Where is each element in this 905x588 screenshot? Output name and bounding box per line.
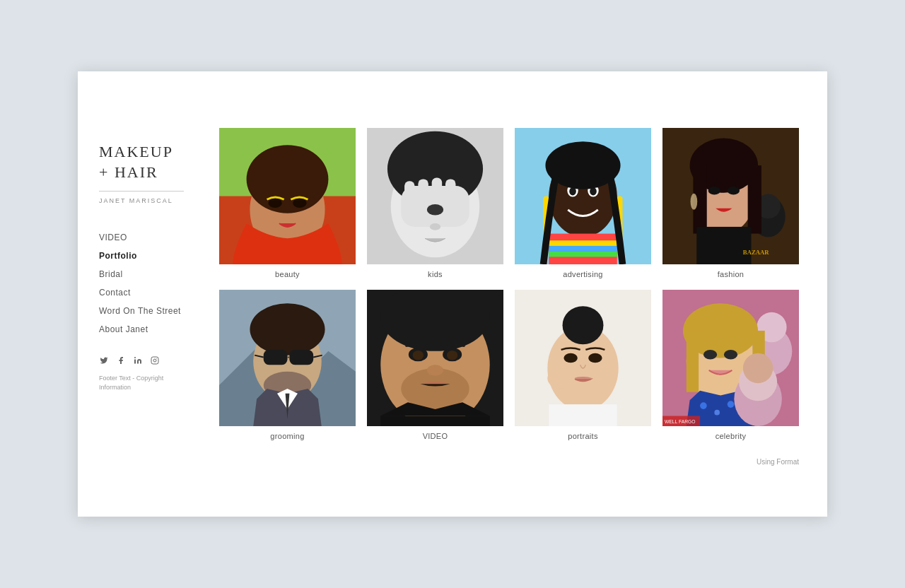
portfolio-thumb-fashion: BAZAAR — [662, 128, 799, 264]
svg-point-60 — [413, 351, 424, 360]
svg-rect-17 — [445, 179, 455, 213]
portfolio-item-beauty[interactable]: beauty — [219, 128, 356, 278]
svg-text:BAZAAR: BAZAAR — [743, 249, 769, 256]
svg-point-82 — [714, 410, 720, 416]
svg-point-32 — [545, 141, 620, 189]
thumb-img-portraits — [515, 290, 651, 426]
title-divider — [99, 191, 184, 192]
site-title-line2: + Hair — [99, 163, 184, 183]
footer-text: Footer Text - Copyright Information — [99, 374, 184, 392]
svg-point-0 — [134, 357, 136, 358]
portfolio-thumb-celebrity: WELL FARGO — [662, 290, 799, 426]
social-links — [99, 355, 184, 365]
portfolio-grid: beauty — [219, 128, 799, 440]
svg-point-80 — [724, 350, 737, 360]
svg-rect-71 — [549, 404, 617, 426]
instagram-icon[interactable] — [150, 355, 160, 365]
svg-point-81 — [700, 402, 707, 409]
portfolio-thumb-kids — [367, 128, 503, 264]
portfolio-thumb-beauty — [219, 128, 356, 264]
site-subtitle: Janet Mariscal — [99, 197, 184, 204]
linkedin-icon[interactable] — [133, 355, 143, 365]
svg-point-8 — [268, 198, 281, 208]
svg-point-7 — [247, 145, 329, 213]
svg-rect-39 — [748, 165, 761, 234]
using-format-section: Using Format — [219, 440, 799, 467]
svg-point-68 — [564, 353, 577, 363]
svg-point-62 — [427, 365, 443, 375]
svg-rect-43 — [696, 227, 751, 264]
sidebar: Makeup + Hair Janet Mariscal VIDEO Portf… — [78, 71, 205, 517]
portfolio-thumb-portraits — [515, 290, 651, 426]
nav-word-on-street[interactable]: Word On The Street — [99, 306, 184, 316]
thumb-img-advertising — [515, 128, 651, 264]
portfolio-label-fashion: fashion — [718, 270, 745, 278]
svg-rect-29 — [549, 240, 617, 246]
thumb-img-grooming — [219, 290, 356, 426]
site-logo: Makeup + Hair — [99, 142, 184, 182]
portfolio-thumb-grooming — [219, 290, 356, 426]
thumb-img-kids — [367, 128, 503, 264]
svg-point-19 — [430, 223, 440, 230]
thumb-img-beauty — [219, 128, 356, 264]
site-title-line1: Makeup — [99, 143, 173, 160]
portfolio-label-advertising: advertising — [563, 270, 603, 278]
facebook-icon[interactable] — [116, 355, 126, 365]
svg-point-79 — [703, 350, 717, 360]
svg-point-18 — [427, 204, 443, 215]
thumb-img-celebrity: WELL FARGO — [662, 290, 799, 426]
portfolio-item-kids[interactable]: kids — [367, 128, 503, 278]
browser-window: Makeup + Hair Janet Mariscal VIDEO Portf… — [78, 71, 827, 517]
portfolio-item-portraits[interactable]: portraits — [515, 290, 651, 440]
thumb-img-fashion: BAZAAR — [662, 128, 799, 264]
svg-point-40 — [708, 187, 720, 195]
svg-point-48 — [250, 303, 325, 355]
svg-rect-50 — [264, 350, 288, 365]
portfolio-thumb-video — [367, 290, 503, 426]
svg-rect-51 — [289, 350, 313, 365]
portfolio-item-fashion[interactable]: BAZAAR fashion — [662, 128, 799, 278]
portfolio-item-celebrity[interactable]: WELL FARGO celebrity — [662, 290, 799, 440]
portfolio-label-grooming: grooming — [270, 432, 304, 440]
svg-point-83 — [728, 401, 735, 408]
nav-contact[interactable]: Contact — [99, 288, 184, 298]
svg-point-69 — [588, 353, 602, 363]
svg-rect-14 — [404, 181, 414, 211]
svg-rect-15 — [418, 179, 428, 213]
main-content: beauty — [205, 71, 827, 517]
svg-rect-30 — [549, 246, 617, 252]
thumb-img-video — [367, 290, 503, 426]
portfolio-item-video[interactable]: VIDEO — [367, 290, 503, 440]
svg-point-2 — [153, 359, 156, 362]
svg-text:WELL FARGO: WELL FARGO — [665, 419, 696, 424]
portfolio-label-beauty: beauty — [275, 270, 300, 278]
svg-point-9 — [293, 198, 306, 208]
main-nav: VIDEO Portfolio Bridal Contact Word On T… — [99, 233, 184, 334]
svg-rect-77 — [687, 331, 699, 392]
svg-point-42 — [691, 194, 698, 210]
svg-point-61 — [447, 351, 457, 360]
nav-bridal[interactable]: Bridal — [99, 269, 184, 279]
nav-video[interactable]: VIDEO — [99, 233, 184, 242]
using-format-link[interactable]: Using Format — [757, 458, 799, 466]
svg-rect-64 — [380, 416, 489, 426]
portfolio-label-celebrity: celebrity — [716, 432, 747, 440]
portfolio-label-kids: kids — [428, 270, 443, 278]
portfolio-item-advertising[interactable]: advertising — [515, 128, 651, 278]
portfolio-label-portraits: portraits — [568, 432, 597, 440]
portfolio-thumb-advertising — [515, 128, 651, 264]
twitter-icon[interactable] — [99, 355, 109, 365]
svg-rect-31 — [549, 252, 617, 257]
svg-point-70 — [547, 368, 575, 389]
nav-portfolio[interactable]: Portfolio — [99, 251, 184, 261]
nav-about[interactable]: About Janet — [99, 324, 184, 334]
svg-point-41 — [728, 187, 740, 195]
portfolio-item-grooming[interactable]: grooming — [219, 290, 356, 440]
portfolio-label-video: VIDEO — [423, 432, 448, 440]
svg-rect-1 — [151, 357, 158, 364]
svg-point-87 — [743, 353, 773, 383]
svg-point-67 — [563, 306, 604, 344]
